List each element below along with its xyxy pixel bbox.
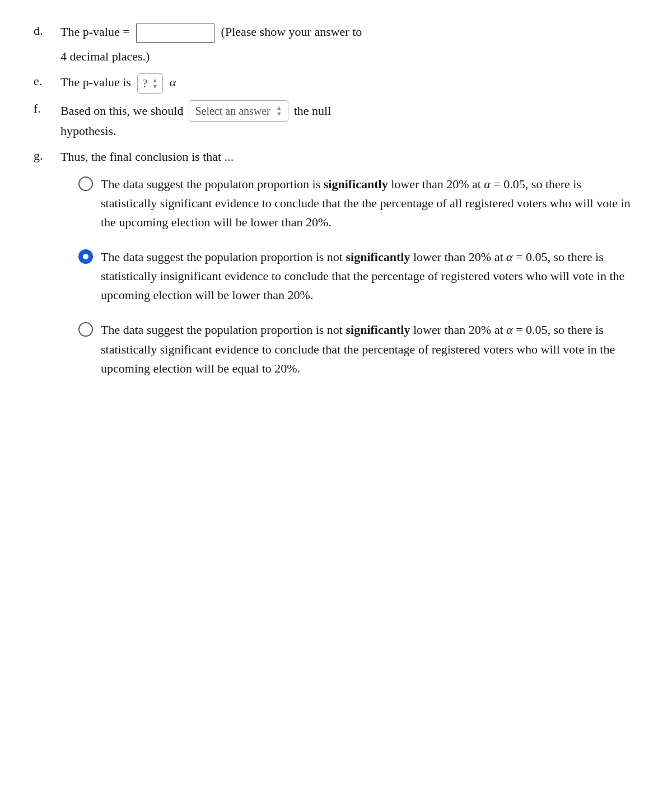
compare-selected-value: ?	[142, 75, 147, 92]
radio-circle-3[interactable]	[78, 322, 93, 337]
question-d-label: d.	[34, 22, 60, 38]
alpha-2: α	[506, 250, 513, 264]
question-d-text-after: (Please show your answer to	[221, 25, 362, 39]
null-hypothesis-select[interactable]: Select an answer ▲ ▼	[189, 100, 288, 122]
radio-option-1: The data suggest the populaton proportio…	[78, 175, 638, 232]
question-g-label: g.	[34, 147, 60, 163]
bold-significantly-2: significantly	[346, 250, 410, 264]
compare-select[interactable]: ? ▲ ▼	[137, 73, 163, 94]
bold-significantly-3: significantly	[346, 323, 410, 337]
select-placeholder: Select an answer	[195, 103, 270, 119]
question-f: f. Based on this, we should Select an an…	[34, 100, 638, 122]
select-arrows: ▲ ▼	[276, 105, 282, 117]
question-f-line: Based on this, we should Select an answe…	[60, 100, 638, 122]
question-f-label: f.	[34, 100, 60, 116]
question-f-text-middle: the null	[294, 101, 332, 120]
compare-arrows: ▲ ▼	[152, 77, 158, 90]
question-d: d. The p-value = (Please show your answe…	[34, 22, 638, 43]
question-g: g. Thus, the final conclusion is that ..…	[34, 147, 638, 166]
question-g-content: Thus, the final conclusion is that ...	[60, 147, 638, 166]
question-d-continuation: 4 decimal places.)	[60, 49, 638, 64]
radio-options-container: The data suggest the populaton proportio…	[78, 175, 638, 378]
question-f-continuation: hypothesis.	[60, 124, 638, 138]
alpha-symbol: α	[170, 75, 176, 89]
question-d-content: The p-value = (Please show your answer t…	[60, 22, 638, 43]
question-e: e. The p-value is ? ▲ ▼ α	[34, 73, 638, 94]
pvalue-input[interactable]	[136, 24, 214, 43]
radio-option-3: The data suggest the population proporti…	[78, 320, 638, 378]
radio-text-2: The data suggest the population proporti…	[101, 248, 638, 305]
question-e-text-before: The p-value is	[60, 75, 131, 89]
radio-text-3: The data suggest the population proporti…	[101, 320, 638, 378]
radio-circle-2[interactable]	[78, 249, 93, 264]
question-e-label: e.	[34, 73, 60, 89]
radio-text-1: The data suggest the populaton proportio…	[101, 175, 638, 232]
question-f-text-before: Based on this, we should	[60, 101, 183, 120]
question-d-text-before: The p-value =	[60, 25, 130, 39]
question-e-content: The p-value is ? ▲ ▼ α	[60, 73, 638, 94]
question-f-content: Based on this, we should Select an answe…	[60, 100, 638, 122]
radio-option-2: The data suggest the population proporti…	[78, 248, 638, 305]
radio-circle-1[interactable]	[78, 176, 93, 191]
alpha-3: α	[506, 323, 513, 337]
alpha-1: α	[484, 177, 491, 191]
bold-significantly-1: significantly	[324, 177, 388, 191]
